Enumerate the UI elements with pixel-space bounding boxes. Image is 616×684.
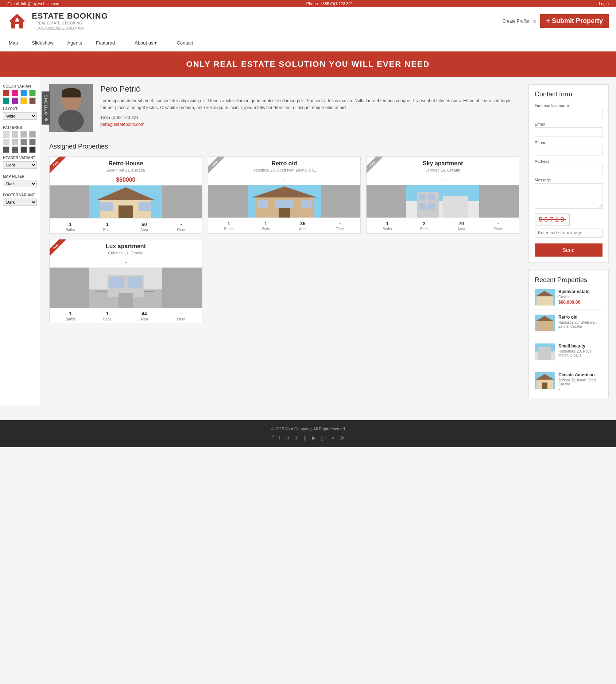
options-tab[interactable]: ⚙ OPTIONS	[42, 92, 50, 125]
recent-prop-bjelovar[interactable]: Bjelovar estate Cestica $90,000.00	[535, 289, 603, 310]
youtube-icon[interactable]: ▶	[312, 435, 316, 441]
svg-rect-17	[301, 200, 311, 208]
header-right: Create Profile or + Submit Property	[502, 14, 609, 28]
logo-icon	[7, 11, 27, 31]
recent-prop-price-small-beauty: -	[558, 358, 603, 363]
property-card-retro-house[interactable]: Sale Retro House Zeleni put 21, Croatia …	[49, 156, 202, 234]
form-group-address: Address	[535, 159, 603, 174]
color-swatch-blue[interactable]	[20, 90, 27, 96]
recent-prop-thumb-bjelovar	[535, 289, 555, 306]
color-swatch-pink[interactable]	[12, 90, 18, 96]
recent-prop-info-bjelovar: Bjelovar estate Cestica $90,000.00	[558, 289, 603, 306]
pattern-5[interactable]	[3, 139, 9, 145]
facebook-icon[interactable]: f	[272, 435, 274, 441]
map-filter-select[interactable]: Dark Light	[3, 180, 37, 187]
contact-form: Contact form First and last name Email P…	[528, 84, 609, 263]
svg-point-3	[58, 110, 84, 132]
prop-stats-sky: 1 Baths 2 Beds 70 Area - Floor	[367, 218, 519, 233]
pattern-2[interactable]	[12, 131, 18, 138]
prop-stats-lux: 1 Baths 1 Beds 44 Area - Floor	[50, 308, 202, 323]
prop-image-retro-old	[208, 185, 361, 218]
form-input-phone[interactable]	[535, 146, 603, 155]
color-swatch-purple[interactable]	[12, 97, 18, 104]
recent-prop-address-retro-old: Radoišće 23, Sveti Ivan Zelina, Croatia	[558, 320, 603, 328]
captcha-image: 55719	[535, 214, 570, 226]
nav-contact[interactable]: Contact	[175, 35, 194, 51]
layout-select[interactable]: Wide Boxed	[3, 112, 37, 120]
pattern-10[interactable]	[12, 146, 18, 153]
other-icon[interactable]: ◎	[340, 435, 344, 441]
recent-prop-price-retro-old: -	[558, 329, 603, 334]
pattern-4[interactable]	[29, 131, 36, 138]
nav-map[interactable]: Map	[7, 35, 19, 51]
create-profile-link[interactable]: Create Profile	[502, 19, 529, 24]
header-variant-select[interactable]: Light Dark	[3, 161, 37, 169]
flickr-icon[interactable]: m	[294, 435, 299, 441]
nav-agents[interactable]: Agents	[66, 35, 84, 51]
recent-prop-thumb-small-beauty	[535, 343, 555, 360]
sale-badge-retro-old: Sale	[208, 157, 230, 178]
googleplus-icon[interactable]: g+	[321, 435, 327, 441]
assigned-properties-title: Assigned Properties	[49, 143, 519, 150]
form-input-email[interactable]	[535, 127, 603, 137]
recent-prop-classic-american[interactable]: Classic American Ježevo 32, Ivanić Grad,…	[535, 372, 603, 392]
recent-prop-retro-old[interactable]: Retro old Radoišće 23, Sveti Ivan Zelina…	[535, 315, 603, 338]
form-input-message[interactable]	[535, 183, 603, 209]
pattern-11[interactable]	[20, 146, 27, 153]
prop-stat-floor: - Floor	[163, 222, 199, 232]
pattern-7[interactable]	[20, 139, 27, 145]
property-card-retro-old[interactable]: Sale Retro old Radoišće 23, Sveti Ivan Z…	[208, 156, 361, 234]
pattern-6[interactable]	[12, 139, 18, 145]
recent-prop-small-beauty[interactable]: Small beauty Remetinec 23, Nova Marof, C…	[535, 343, 603, 367]
recent-properties: Recent Properties Bjelovar estate Cestic…	[528, 270, 609, 398]
map-filter-title: MAP FILTER	[3, 174, 37, 178]
prop-stat-floor-lux: - Floor	[163, 311, 199, 321]
form-input-name[interactable]	[535, 109, 603, 118]
form-label-phone: Phone	[535, 141, 603, 145]
pattern-12[interactable]	[29, 146, 36, 153]
recent-prop-name-bjelovar: Bjelovar estate	[558, 289, 603, 294]
vimeo-icon[interactable]: v	[332, 435, 334, 441]
form-group-captcha: 55719	[535, 214, 603, 238]
prop-header-retro-old: Retro old Radoišće 23, Sveti Ivan Zelina…	[208, 157, 361, 174]
color-swatch-brown[interactable]	[29, 97, 36, 104]
prop-stats-retro-old: 1 Baths 1 Beds 35 Area - Floor	[208, 218, 361, 233]
submit-property-button[interactable]: + Submit Property	[540, 14, 609, 28]
login-link[interactable]: Login	[599, 1, 609, 6]
color-swatch-green[interactable]	[29, 90, 36, 96]
pinterest-icon[interactable]: p	[304, 435, 307, 441]
property-card-lux[interactable]: Sale Lux apartment Cubinec 11, Croatia -	[49, 239, 202, 323]
prop-stat-beds-lux: 1 Beds	[89, 311, 125, 321]
logo-text: ESTATE BOOKING	[32, 11, 108, 21]
prop-stat-baths: 1 Baths	[52, 222, 89, 232]
footer-social-icons: f t in m p ▶ g+ v ◎	[7, 435, 609, 441]
form-group-name: First and last name	[535, 103, 603, 118]
color-swatch-teal[interactable]	[3, 97, 9, 104]
linkedin-icon[interactable]: in	[285, 435, 289, 441]
svg-rect-10	[100, 202, 113, 211]
svg-rect-25	[419, 194, 426, 200]
nav-featured[interactable]: Featured	[94, 35, 116, 51]
form-label-address: Address	[535, 159, 603, 164]
pattern-8[interactable]	[29, 139, 36, 145]
pattern-9[interactable]	[3, 146, 9, 153]
nav-about[interactable]: About us ▾	[127, 40, 164, 46]
pattern-1[interactable]	[3, 131, 9, 138]
form-input-address[interactable]	[535, 165, 603, 174]
svg-rect-35	[536, 296, 553, 306]
footer-variant-title: FOOTER VARIANT	[3, 193, 37, 197]
prop-stat-area-sky: 70 Area	[443, 221, 480, 231]
send-button[interactable]: Send	[535, 243, 603, 257]
svg-rect-18	[275, 200, 293, 208]
main-layout: ⚙ OPTIONS COLOR VARIANT LAYOUT Wide Boxe…	[0, 77, 616, 406]
color-swatch-red[interactable]	[3, 90, 9, 96]
pattern-3[interactable]	[20, 131, 27, 138]
nav-slideshow[interactable]: Slideshow	[30, 35, 55, 51]
recent-prop-name-retro-old: Retro old	[558, 315, 603, 320]
form-input-captcha[interactable]	[535, 228, 603, 238]
agent-email[interactable]: pero@estatepoint.com	[100, 122, 144, 127]
color-swatch-yellow[interactable]	[20, 97, 27, 104]
twitter-icon[interactable]: t	[279, 435, 280, 441]
property-card-sky[interactable]: Sale Sky apartment Jerovec 16, Croatia -	[366, 156, 519, 234]
footer-variant-select[interactable]: Dark Light	[3, 199, 37, 206]
